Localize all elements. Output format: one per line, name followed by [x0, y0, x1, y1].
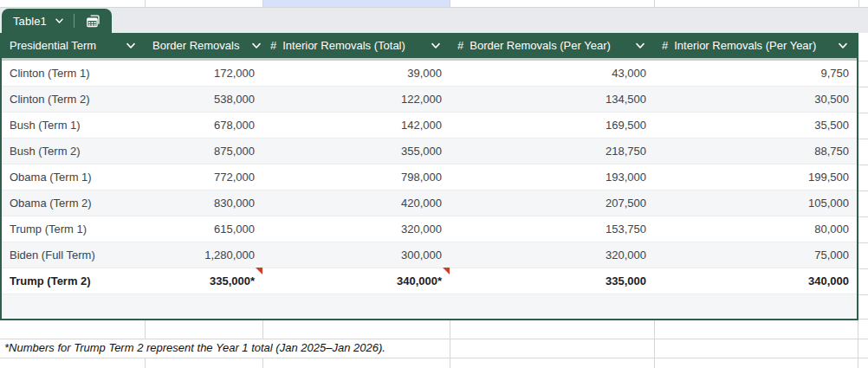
- gridline: [858, 268, 868, 269]
- cell-border-removals-per-year[interactable]: 320,000: [450, 242, 654, 268]
- cell-presidential-term[interactable]: Clinton (Term 1): [2, 61, 145, 86]
- gridline: [858, 358, 858, 368]
- cell-border-removals-per-year[interactable]: 193,000: [450, 165, 654, 190]
- gridline: [0, 358, 868, 358]
- cell-border-removals[interactable]: 615,000: [145, 216, 262, 242]
- chevron-down-icon[interactable]: [55, 18, 64, 24]
- cell-presidential-term[interactable]: Clinton (Term 2): [2, 87, 145, 112]
- cell-border-removals-per-year[interactable]: 169,500: [450, 113, 654, 138]
- cell-border-removals[interactable]: 1,280,000: [145, 242, 262, 268]
- cell-interior-removals-total[interactable]: 142,000: [262, 113, 450, 138]
- cell-border-removals[interactable]: 678,000: [145, 113, 262, 138]
- cell-presidential-term[interactable]: Bush (Term 1): [2, 113, 145, 138]
- chevron-down-icon[interactable]: [251, 42, 262, 49]
- cell-presidential-term[interactable]: Trump (Term 2): [2, 268, 145, 294]
- chevron-down-icon[interactable]: [126, 42, 136, 49]
- data-table: Presidential Term Border Removals # Inte…: [0, 33, 858, 320]
- column-label: Interior Removals (Total): [282, 39, 405, 52]
- cell-interior-removals-per-year[interactable]: 340,000: [654, 268, 857, 294]
- cell-border-removals[interactable]: 830,000: [145, 190, 262, 216]
- cell-border-removals-per-year[interactable]: 134,500: [450, 87, 654, 112]
- gridline: [145, 358, 146, 368]
- cell-border-removals[interactable]: 875,000: [145, 139, 262, 164]
- cell-border-removals[interactable]: 335,000*: [145, 268, 262, 294]
- gridline: [858, 113, 868, 113]
- cell-interior-removals-total[interactable]: 420,000: [262, 190, 450, 216]
- gridline: [0, 7, 868, 8]
- column-header-border-removals-per-year[interactable]: # Border Removals (Per Year): [450, 33, 654, 58]
- footnote-cell[interactable]: *Numbers for Trump Term 2 represent the …: [4, 341, 385, 354]
- column-header-interior-removals-per-year[interactable]: # Interior Removals (Per Year): [654, 33, 857, 58]
- number-type-icon: #: [270, 39, 276, 52]
- column-header-presidential-term[interactable]: Presidential Term: [2, 33, 145, 58]
- cell-interior-removals-total[interactable]: 39,000: [262, 61, 450, 86]
- cell-interior-removals-total[interactable]: 355,000: [262, 139, 450, 164]
- table-body: Clinton (Term 1) 172,000 39,000 43,000 9…: [2, 61, 857, 294]
- cell-presidential-term[interactable]: Bush (Term 2): [2, 139, 145, 164]
- cell-border-removals[interactable]: 172,000: [145, 61, 262, 86]
- gridline: [450, 0, 450, 7]
- column-label: Border Removals: [152, 39, 239, 52]
- cell-interior-removals-per-year[interactable]: 105,000: [654, 190, 857, 216]
- column-header-interior-removals-total[interactable]: # Interior Removals (Total): [262, 33, 450, 58]
- chevron-down-icon[interactable]: [635, 42, 645, 49]
- table-name-chip[interactable]: Table1: [2, 9, 112, 33]
- gridline: [262, 358, 263, 368]
- cell-interior-removals-per-year[interactable]: 35,500: [654, 113, 857, 138]
- table-chip-band: [0, 8, 868, 33]
- table-row: Obama (Term 2) 830,000 420,000 207,500 1…: [2, 190, 857, 216]
- highlighted-cell[interactable]: [262, 0, 450, 7]
- chevron-down-icon[interactable]: [838, 42, 848, 49]
- table-grid-icon[interactable]: [74, 9, 112, 33]
- gridline: [262, 320, 263, 339]
- cell-border-removals[interactable]: 538,000: [145, 87, 262, 112]
- cell-interior-removals-total[interactable]: 122,000: [262, 87, 450, 112]
- gridline: [858, 139, 868, 139]
- note-indicator[interactable]: [443, 268, 450, 274]
- column-label: Presidential Term: [10, 39, 96, 52]
- cell-presidential-term[interactable]: Obama (Term 2): [2, 190, 145, 216]
- cell-interior-removals-total[interactable]: 320,000: [262, 216, 450, 242]
- cell-border-removals-per-year[interactable]: 335,000: [450, 268, 654, 294]
- gridline: [262, 0, 263, 7]
- table-row: Trump (Term 2) 335,000* 340,000* 335,000…: [2, 268, 857, 294]
- cell-presidential-term[interactable]: Obama (Term 1): [2, 165, 145, 190]
- cell-presidential-term[interactable]: Trump (Term 1): [2, 216, 145, 242]
- cell-interior-removals-per-year[interactable]: 75,000: [654, 242, 857, 268]
- empty-table-row[interactable]: [2, 294, 857, 319]
- cell-border-removals-per-year[interactable]: 218,750: [450, 139, 654, 164]
- cell-border-removals-per-year[interactable]: 207,500: [450, 190, 654, 216]
- cell-border-removals-per-year[interactable]: 153,750: [450, 216, 654, 242]
- cell-interior-removals-total[interactable]: 300,000: [262, 242, 450, 268]
- column-header-border-removals[interactable]: Border Removals: [145, 33, 262, 58]
- table-row: Clinton (Term 1) 172,000 39,000 43,000 9…: [2, 61, 857, 87]
- table-name-button[interactable]: Table1: [2, 9, 74, 33]
- gridline: [858, 190, 868, 191]
- cell-interior-removals-per-year[interactable]: 88,750: [654, 139, 857, 164]
- table-name-label: Table1: [13, 15, 47, 28]
- gridline: [145, 320, 146, 339]
- gridline: [450, 320, 450, 339]
- cell-presidential-term[interactable]: Biden (Full Term): [2, 242, 145, 268]
- table-row: Trump (Term 1) 615,000 320,000 153,750 8…: [2, 216, 857, 242]
- cell-border-removals-per-year[interactable]: 43,000: [450, 61, 654, 86]
- cell-interior-removals-per-year[interactable]: 199,500: [654, 165, 857, 190]
- gridline: [145, 0, 146, 7]
- gridline: [858, 61, 868, 61]
- partial-top-row: [0, 0, 868, 7]
- table-row: Bush (Term 2) 875,000 355,000 218,750 88…: [2, 139, 857, 165]
- gridline: [0, 339, 868, 339]
- gridline: [858, 319, 868, 320]
- note-indicator[interactable]: [256, 268, 262, 274]
- gridline: [858, 165, 868, 165]
- cell-border-removals[interactable]: 772,000: [145, 165, 262, 190]
- gridline: [654, 358, 655, 368]
- cell-interior-removals-per-year[interactable]: 30,500: [654, 87, 857, 112]
- table-header-row: Presidential Term Border Removals # Inte…: [2, 33, 857, 58]
- chevron-down-icon[interactable]: [431, 42, 441, 49]
- column-label: Border Removals (Per Year): [470, 39, 611, 52]
- cell-interior-removals-total[interactable]: 798,000: [262, 165, 450, 190]
- cell-interior-removals-total[interactable]: 340,000*: [262, 268, 450, 294]
- cell-interior-removals-per-year[interactable]: 9,750: [654, 61, 857, 86]
- cell-interior-removals-per-year[interactable]: 80,000: [654, 216, 857, 242]
